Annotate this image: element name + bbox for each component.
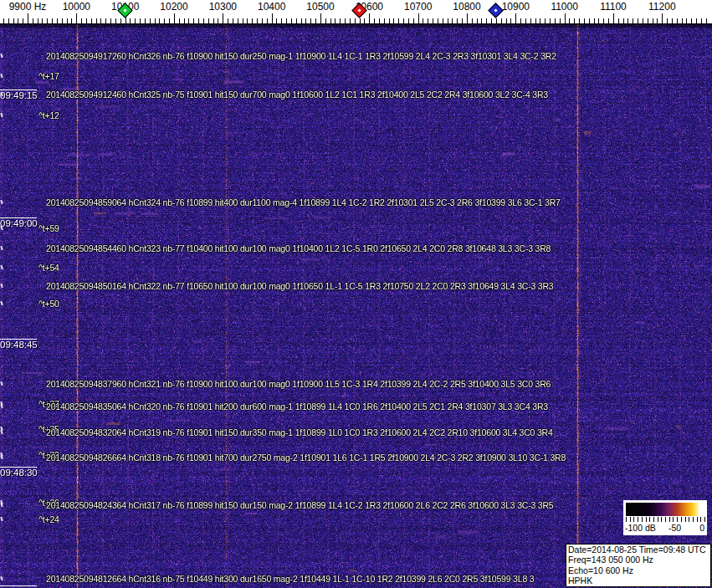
frequency-tick <box>42 18 43 23</box>
frequency-tick <box>213 18 214 23</box>
frequency-tick <box>648 18 648 23</box>
frequency-tick <box>691 18 692 23</box>
db-tick <box>693 517 694 522</box>
frequency-tick <box>491 18 492 23</box>
frequency-tick <box>100 18 101 23</box>
frequency-tick <box>398 18 399 23</box>
db-color-legend: -100 dB -50 0 <box>623 500 707 535</box>
frequency-tick <box>682 18 683 23</box>
frequency-tick <box>345 18 346 23</box>
db-tick <box>626 517 627 522</box>
frequency-ruler[interactable]: 9900 Hz100001010010200103001040010500106… <box>0 0 712 24</box>
event-log-line: 20140825094859064 hCnt324 nb-76 f10899 h… <box>46 197 561 207</box>
frequency-label: 11200 <box>648 1 675 13</box>
frequency-label: 10200 <box>160 1 187 13</box>
frequency-tick <box>174 13 175 23</box>
frequency-tick <box>184 18 185 23</box>
db-tick <box>681 517 682 522</box>
frequency-tick <box>530 18 531 23</box>
db-tick <box>677 517 678 522</box>
db-label-min: -100 dB <box>625 523 656 533</box>
frequency-tick <box>315 18 316 23</box>
frequency-tick <box>305 18 306 23</box>
frequency-tick <box>140 18 141 23</box>
event-log-line: 20140825094912460 hCnt325 nb-75 f10901 h… <box>46 89 548 100</box>
event-log-line: ^t+59 <box>38 223 59 233</box>
frequency-tick <box>115 18 116 23</box>
frequency-tick <box>81 18 82 23</box>
frequency-tick <box>481 18 482 23</box>
frequency-label: 10400 <box>258 1 285 13</box>
event-log-line: 20140825094812664 hCnt316 nb-75 f10449 h… <box>46 574 534 584</box>
frequency-tick <box>579 18 580 23</box>
db-label-mid: -50 <box>668 523 681 533</box>
frequency-tick <box>627 18 628 23</box>
frequency-tick <box>598 18 599 23</box>
db-gradient-bar <box>626 503 704 516</box>
frequency-tick <box>145 18 146 23</box>
frequency-tick <box>150 18 151 23</box>
frequency-tick <box>706 18 707 23</box>
time-label: 09:48:45 <box>0 339 37 350</box>
frequency-tick <box>120 18 121 23</box>
frequency-tick <box>413 18 414 23</box>
frequency-tick <box>238 18 238 23</box>
frequency-tick <box>672 18 673 23</box>
frequency-label: 9900 Hz <box>9 1 47 13</box>
frequency-tick <box>350 18 351 23</box>
time-label: 09:49:15 <box>0 89 37 100</box>
frequency-tick <box>393 18 394 23</box>
frequency-tick <box>496 18 497 23</box>
frequency-tick <box>515 13 516 23</box>
frequency-tick <box>389 18 390 23</box>
frequency-tick <box>198 18 199 23</box>
frequency-tick <box>448 18 448 23</box>
frequency-tick <box>155 18 156 23</box>
db-tick <box>661 517 662 522</box>
frequency-tick <box>653 18 653 23</box>
frequency-tick <box>696 18 697 23</box>
frequency-tick <box>310 18 311 23</box>
frequency-label: 10000 <box>63 1 90 13</box>
frequency-tick <box>472 18 473 23</box>
frequency-tick <box>340 18 341 23</box>
db-tick <box>697 517 698 522</box>
frequency-label: 11100 <box>600 1 627 13</box>
frequency-tick <box>257 18 258 23</box>
frequency-tick <box>286 18 287 23</box>
frequency-tick <box>252 18 253 23</box>
event-log-line: ^t+17 <box>38 71 59 81</box>
event-log-line: ^t+24 <box>38 514 59 524</box>
frequency-tick <box>364 18 365 23</box>
frequency-tick <box>105 18 106 23</box>
frequency-tick <box>291 18 292 23</box>
frequency-tick <box>203 18 204 23</box>
frequency-tick <box>569 18 570 23</box>
frequency-tick <box>623 18 624 23</box>
db-tick <box>630 517 631 522</box>
frequency-tick <box>638 18 638 23</box>
frequency-tick <box>33 18 33 23</box>
event-log-line: 20140825094826664 hCnt318 nb-76 f10901 h… <box>46 453 566 463</box>
event-log-line: 20140825094835064 hCnt320 nb-76 f10901 h… <box>46 401 548 412</box>
frequency-tick <box>330 18 331 23</box>
frequency-tick <box>662 13 663 23</box>
db-tick <box>633 517 634 522</box>
db-tick <box>642 517 643 522</box>
frequency-tick <box>228 18 228 23</box>
frequency-tick <box>584 18 585 23</box>
frequency-tick <box>267 18 268 23</box>
frequency-tick <box>208 18 209 23</box>
frequency-tick <box>28 13 28 23</box>
db-tick <box>689 517 689 522</box>
info-frequency: Freq=143 050 000 Hz <box>568 555 710 565</box>
frequency-tick <box>13 18 14 23</box>
frequency-tick <box>159 18 160 23</box>
frequency-tick <box>657 18 658 23</box>
frequency-tick <box>545 18 546 23</box>
db-tick <box>658 517 658 522</box>
frequency-label: 10900 <box>502 1 530 13</box>
frequency-tick <box>355 18 356 23</box>
frequency-tick <box>633 18 633 23</box>
frequency-tick <box>603 18 604 23</box>
